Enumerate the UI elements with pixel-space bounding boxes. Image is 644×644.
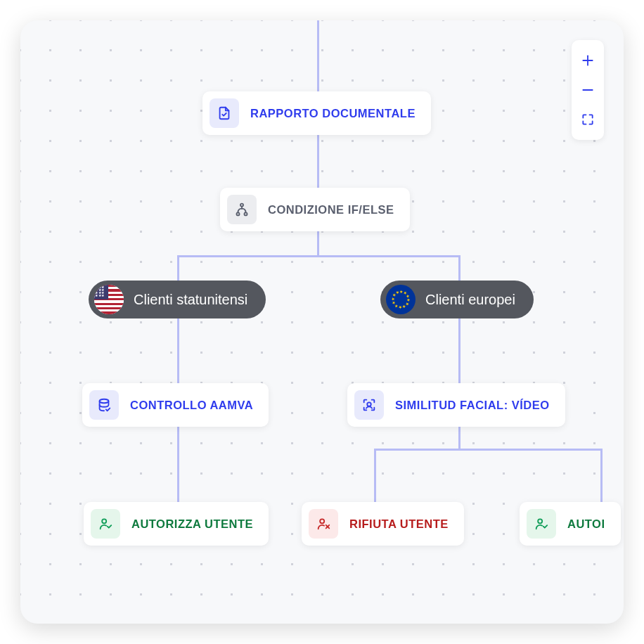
database-icon bbox=[89, 390, 119, 420]
user-check-icon bbox=[91, 509, 120, 539]
branch-pill-us[interactable]: ★★★★★★★★★★★★ Clienti statunitensi bbox=[89, 281, 266, 318]
face-scan-icon bbox=[354, 390, 384, 420]
svg-point-12 bbox=[538, 519, 542, 523]
minus-icon bbox=[581, 83, 595, 97]
branch-label: Clienti europei bbox=[425, 292, 515, 308]
node-label: RAPPORTO DOCUMENTALE bbox=[250, 107, 416, 120]
node-label: SIMILITUD FACIAL: VÍDEO bbox=[395, 399, 550, 412]
svg-point-9 bbox=[320, 519, 324, 523]
node-label: CONDIZIONE IF/ELSE bbox=[268, 203, 394, 217]
node-label: CONTROLLO AAMVA bbox=[130, 399, 253, 412]
user-check-icon bbox=[527, 509, 556, 539]
branch-label: Clienti statunitensi bbox=[134, 292, 247, 308]
expand-icon bbox=[581, 112, 595, 127]
node-condition[interactable]: CONDIZIONE IF/ELSE bbox=[220, 188, 410, 231]
workflow-canvas[interactable]: RAPPORTO DOCUMENTALE CONDIZIONE IF/ELSE … bbox=[20, 20, 624, 624]
connector bbox=[374, 449, 603, 451]
zoom-controls bbox=[572, 40, 604, 140]
node-approve-left[interactable]: AUTORIZZA UTENTE bbox=[84, 502, 269, 546]
node-label: RIFIUTA UTENTE bbox=[349, 517, 449, 531]
branch-pill-eu[interactable]: ★ ★ ★ ★ ★ ★ ★ ★ ★ ★ ★ ★ Clienti europei bbox=[380, 281, 534, 318]
zoom-in-button[interactable] bbox=[572, 46, 604, 75]
plus-icon bbox=[581, 53, 595, 67]
us-flag-icon: ★★★★★★★★★★★★ bbox=[94, 285, 124, 314]
svg-point-7 bbox=[367, 402, 371, 406]
node-reject[interactable]: RIFIUTA UTENTE bbox=[302, 502, 464, 546]
user-x-icon bbox=[309, 509, 338, 539]
node-label: AUTOI bbox=[567, 517, 605, 531]
node-approve-right[interactable]: AUTOI bbox=[520, 502, 621, 546]
node-label: AUTORIZZA UTENTE bbox=[131, 517, 253, 531]
branch-icon bbox=[227, 195, 257, 224]
zoom-fit-button[interactable] bbox=[572, 105, 604, 134]
document-icon bbox=[210, 98, 239, 128]
node-aamva[interactable]: CONTROLLO AAMVA bbox=[82, 383, 269, 427]
zoom-out-button[interactable] bbox=[572, 75, 604, 105]
node-facial[interactable]: SIMILITUD FACIAL: VÍDEO bbox=[347, 383, 565, 427]
node-document-report[interactable]: RAPPORTO DOCUMENTALE bbox=[202, 91, 431, 135]
connector bbox=[317, 238, 319, 257]
eu-flag-icon: ★ ★ ★ ★ ★ ★ ★ ★ ★ ★ ★ ★ bbox=[386, 285, 416, 314]
svg-point-8 bbox=[102, 519, 106, 523]
svg-point-6 bbox=[100, 399, 109, 404]
